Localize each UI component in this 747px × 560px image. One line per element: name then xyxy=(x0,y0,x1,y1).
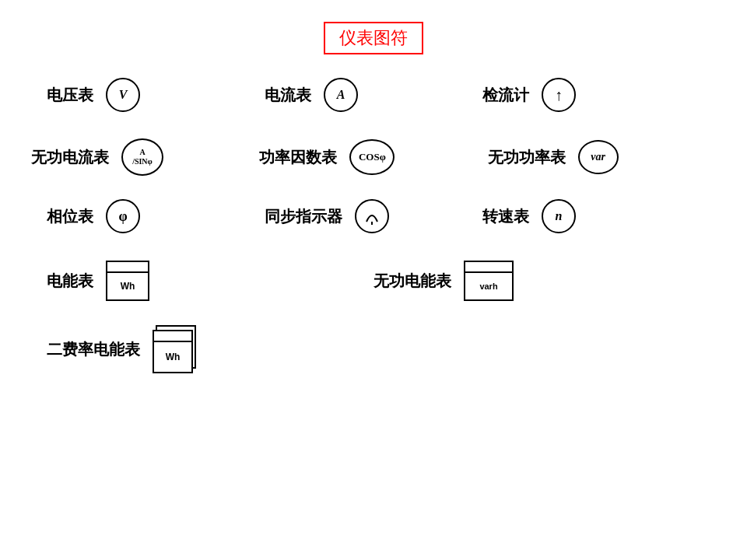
reactive-energy-meter-symbol: varh xyxy=(464,261,514,301)
phase-meter-label: 相位表 xyxy=(47,206,93,227)
ammeter-symbol: A xyxy=(324,78,358,112)
reactive-energy-meter-label: 无功电能表 xyxy=(374,271,451,292)
synchroscope-symbol xyxy=(355,199,389,233)
two-rate-energy-meter-cell: 二费率电能表 Wh xyxy=(47,325,700,373)
reactive-energy-meter-cell: 无功电能表 varh xyxy=(374,261,700,301)
pf-meter-label: 功率因数表 xyxy=(259,147,337,168)
synchroscope-cell: 同步指示器 xyxy=(265,199,482,233)
reactive-ammeter-label: 无功电流表 xyxy=(31,147,109,168)
ammeter-label: 电流表 xyxy=(265,85,311,106)
voltmeter-cell: 电压表 V xyxy=(47,78,265,112)
reactive-ammeter-symbol: A /SINφ xyxy=(121,138,163,176)
reactive-power-meter-cell: 无功功率表 var xyxy=(488,140,716,174)
synchroscope-label: 同步指示器 xyxy=(265,206,342,227)
voltmeter-symbol: V xyxy=(106,78,140,112)
galvanometer-label: 检流计 xyxy=(482,85,529,106)
tachometer-label: 转速表 xyxy=(482,206,529,227)
energy-meter-cell: 电能表 Wh xyxy=(47,261,374,301)
two-rate-energy-meter-label: 二费率电能表 xyxy=(47,339,140,360)
tachometer-cell: 转速表 n xyxy=(482,199,700,233)
galvanometer-cell: 检流计 ↑ xyxy=(482,78,700,112)
two-rate-energy-meter-symbol: Wh xyxy=(153,325,196,373)
pf-meter-symbol: COSφ xyxy=(349,139,395,175)
energy-meter-symbol: Wh xyxy=(106,261,149,301)
reactive-ammeter-cell: 无功电流表 A /SINφ xyxy=(31,138,259,176)
phase-meter-symbol: φ xyxy=(106,199,140,233)
galvanometer-symbol: ↑ xyxy=(542,78,576,112)
pf-meter-cell: 功率因数表 COSφ xyxy=(259,139,487,175)
reactive-power-meter-label: 无功功率表 xyxy=(488,147,566,168)
phase-meter-cell: 相位表 φ xyxy=(47,199,265,233)
tachometer-symbol: n xyxy=(542,199,576,233)
voltmeter-label: 电压表 xyxy=(47,85,93,106)
reactive-power-meter-symbol: var xyxy=(578,140,619,174)
page-title: 仪表图符 xyxy=(324,22,423,54)
ammeter-cell: 电流表 A xyxy=(265,78,482,112)
synchroscope-icon xyxy=(360,205,384,228)
energy-meter-label: 电能表 xyxy=(47,271,93,292)
